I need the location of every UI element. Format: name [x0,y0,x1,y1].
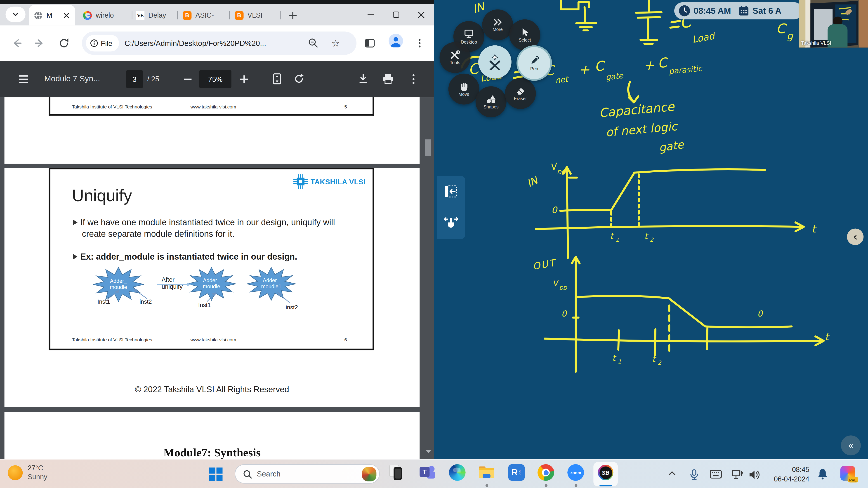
tool-menu-center-button[interactable] [478,45,512,78]
tab-vlsi[interactable]: B VLSI [235,5,277,26]
google-favicon [83,11,92,20]
app-phone-link[interactable] [388,464,405,481]
panel-chevron-button[interactable]: ‹ [847,228,864,245]
tray-cast-pen-icon[interactable] [732,469,744,480]
tool-move-button[interactable]: Move [448,74,479,105]
scrollbar-thumb[interactable] [425,139,431,156]
tool-tools-button[interactable]: Tools [439,42,470,73]
url-text: C:/Users/Admin/Desktop/For%20PD%20... [125,39,291,47]
minimize-button[interactable] [358,4,383,26]
weather-widget[interactable]: 27°CSunny [8,464,47,482]
close-button[interactable] [408,4,434,26]
app-zoom[interactable]: zoom [567,464,584,481]
tab-separator [177,11,178,20]
ink-g2-vdd-sub: DD [559,286,567,291]
app-teams[interactable]: T [420,464,436,481]
active-app-indicator [599,484,612,486]
scroll-down-icon[interactable] [426,449,431,454]
footer-page-num: 6 [344,337,347,342]
profile-avatar[interactable] [389,34,403,48]
reload-icon[interactable] [59,38,70,49]
app-chrome[interactable] [537,464,554,481]
swipe-hand-icon[interactable] [443,215,459,231]
bookmark-star-icon[interactable]: ☆ [331,38,340,49]
start-button[interactable] [209,467,223,482]
collapse-sidebar-button[interactable]: « [841,435,861,455]
print-icon[interactable] [382,73,394,85]
copilot-icon[interactable]: PRE [840,466,855,481]
ink-g1-zero: 0 [551,205,557,215]
tab-wireload[interactable]: wirelo [83,5,129,26]
window-frame-top [0,0,434,4]
browser-menu-icon[interactable] [414,38,425,49]
fit-page-icon[interactable] [271,73,283,85]
app-edge[interactable] [449,464,465,481]
pdf-scrollbar[interactable] [424,97,433,459]
takshila-logo: TAKSHILA VLSI [292,173,366,190]
tab-asic[interactable]: B ASIC- [183,5,226,26]
copilot-pre-badge: PRE [848,477,858,482]
tool-eraser-button[interactable]: Eraser [505,78,536,109]
webcam-preview[interactable]: Takshila VLSI [799,0,868,48]
tray-clock[interactable]: 08:45 06-04-2024 [763,465,809,484]
tray-mic-icon[interactable] [689,469,700,480]
pdf-page-6: TAKSHILA VLSI Uniquify If we have one mo… [4,168,420,407]
tray-speaker-icon[interactable] [748,469,761,480]
dock-left-icon[interactable] [443,184,459,199]
tab-separator [132,11,132,20]
back-icon[interactable] [11,38,22,49]
copyright-text: © 2022 Takshila VLSI All Rights Reserved [4,385,420,394]
new-tab-button[interactable] [286,8,300,23]
ink-g2-t1: t [612,353,616,363]
app-smartboard[interactable]: SB [598,465,614,480]
pdf-more-icon[interactable] [407,73,420,85]
pdf-viewport[interactable]: Takshila Institute of VLSI Technologies … [0,97,434,459]
ink-formula-c4: C [657,55,668,71]
ink-g2-vdd: V [552,279,558,288]
tray-chevron-up-icon[interactable] [668,469,676,478]
tab-pdf-active[interactable]: M [29,5,75,26]
inst2-label: inst2 [140,298,152,305]
tab-separator [229,11,230,20]
desktop-icon [463,28,474,39]
pdf-menu-icon[interactable] [18,73,30,85]
app-realvnc[interactable]: R vnc [508,464,525,481]
tray-date: 06-04-2024 [763,475,809,484]
whiteboard-canvas[interactable]: IN C Load C g C Load C net + C gate + C … [434,0,868,459]
search-daily-image[interactable] [362,467,377,481]
webcam-label: Takshila VLSI [801,40,831,46]
sun-icon [8,465,23,480]
zoom-in-icon[interactable] [238,73,250,85]
browser-window: M wirelo VE Delay B ASIC- B [0,0,434,459]
side-panel-icon[interactable] [364,38,375,49]
running-indicator [575,484,577,487]
tool-more-button[interactable]: More [482,9,513,40]
bullet-arrow-icon [73,220,78,225]
tab-delay[interactable]: VE Delay [135,5,174,26]
file-protocol-chip[interactable]: File [86,35,119,51]
ink-g2-zero-left: 0 [561,309,566,319]
ink-cg-sub: g [786,30,793,41]
rotate-icon[interactable] [293,73,306,85]
tool-shapes-button[interactable]: Shapes [475,86,506,117]
tools-icon [450,50,461,60]
taskbar: 27°CSunny Search T R [0,459,868,488]
inst1-label: Inst1 [97,298,110,305]
forward-icon[interactable] [34,38,45,49]
zoom-level-input[interactable]: 75% [199,70,231,88]
app-file-explorer[interactable] [478,464,495,481]
notification-bell-icon[interactable] [817,468,828,480]
tab-close-icon[interactable] [62,11,71,20]
page-number-input[interactable]: 3 [126,70,143,88]
tab-title: M [46,11,59,19]
maximize-button[interactable] [383,4,409,26]
zoom-out-page-icon[interactable] [308,38,319,49]
address-bar[interactable]: File C:/Users/Admin/Desktop/For%20PD%20.… [82,32,356,55]
ink-g1-t: t [811,222,815,234]
tab-search-button[interactable] [5,6,25,22]
zoom-out-icon[interactable] [182,73,194,85]
tray-keyboard-icon[interactable] [710,469,722,479]
tool-pen-button[interactable]: Pen [517,45,552,81]
download-icon[interactable] [357,73,369,85]
search-box[interactable]: Search [235,464,380,484]
